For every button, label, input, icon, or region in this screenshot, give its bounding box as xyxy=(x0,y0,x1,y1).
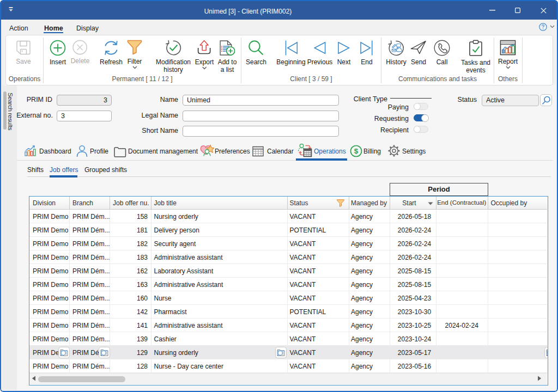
svg-text:$: $ xyxy=(354,147,359,155)
